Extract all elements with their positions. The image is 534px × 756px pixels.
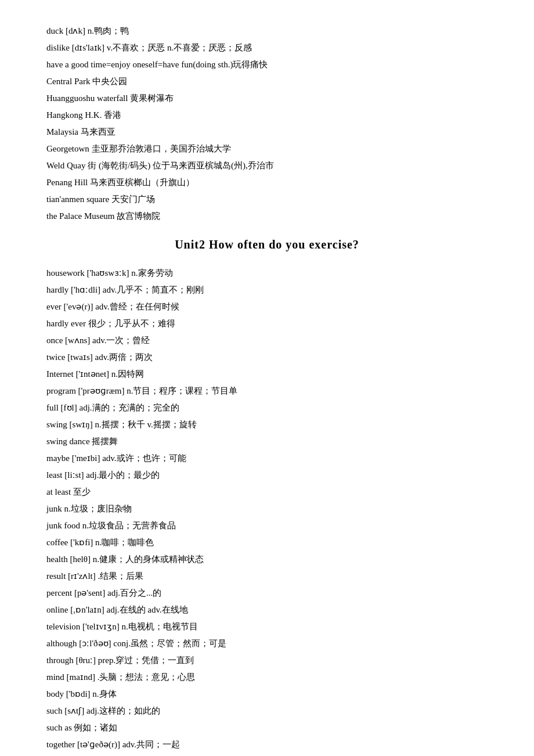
unit2-vocab-item-20: online [ˌɒn'laɪn] adj.在线的 adv.在线地	[46, 602, 488, 618]
unit1-vocab-list: duck [dʌk] n.鸭肉；鸭dislike [dɪs'laɪk] v.不喜…	[46, 23, 488, 224]
unit2-vocab-item-7: program ['prəʊɡræm] n.节目；程序；课程；节目单	[46, 383, 488, 399]
unit1-vocab-item-5: Hangkong H.K. 香港	[46, 107, 488, 123]
unit2-vocab-item-13: at least 至少	[46, 484, 488, 500]
unit2-heading: Unit2 How often do you exercise?	[46, 235, 488, 255]
unit2-vocab-item-25: body ['bɒdi] n.身体	[46, 686, 488, 702]
unit2-vocab-item-22: although [ɔːl'ðəʊ] conj.虽然；尽管；然而；可是	[46, 636, 488, 651]
unit2-vocab-item-27: such as 例如；诸如	[46, 720, 488, 736]
unit2-vocab-item-9: swing [swɪŋ] n.摇摆；秋千 v.摇摆；旋转	[46, 417, 488, 433]
unit2-vocab-item-3: hardly ever 很少；几乎从不；难得	[46, 316, 488, 332]
unit1-vocab-item-7: Georgetown 圭亚那乔治敦港口，美国乔治城大学	[46, 141, 488, 157]
unit2-vocab-item-21: television ['telɪvɪʒn] n.电视机；电视节目	[46, 619, 488, 635]
unit1-vocab-item-0: duck [dʌk] n.鸭肉；鸭	[46, 23, 488, 39]
unit2-vocab-list: housework ['haʊswɜːk] n.家务劳动hardly ['hɑː…	[46, 265, 488, 753]
unit2-vocab-item-8: full [fʊl] adj.满的；充满的；完全的	[46, 400, 488, 416]
unit2-vocab-item-28: together [tə'ɡeðə(r)] adv.共同；一起	[46, 737, 488, 753]
unit2-vocab-item-12: least [liːst] adj.最小的；最少的	[46, 467, 488, 483]
unit2-vocab-item-17: health [helθ] n.健康；人的身体或精神状态	[46, 552, 488, 567]
unit2-vocab-item-19: percent [pə'sent] adj.百分之...的	[46, 585, 488, 601]
unit1-vocab-item-2: have a good time=enjoy oneself=have fun(…	[46, 57, 488, 73]
unit1-vocab-item-11: the Palace Museum 故宫博物院	[46, 208, 488, 224]
unit1-vocab-item-4: Huangguoshu waterfall 黄果树瀑布	[46, 91, 488, 106]
unit2-vocab-item-1: hardly ['hɑːdli] adv.几乎不；简直不；刚刚	[46, 282, 488, 298]
unit2-vocab-item-26: such [sʌtʃ] adj.这样的；如此的	[46, 703, 488, 719]
unit2-vocab-item-23: through [θruː] prep.穿过；凭借；一直到	[46, 653, 488, 668]
unit1-vocab-item-8: Weld Quay 街 (海乾街/码头) 位于马来西亚槟城岛(州),乔治市	[46, 158, 488, 174]
unit2-vocab-item-11: maybe ['meɪbi] adv.或许；也许；可能	[46, 451, 488, 466]
unit1-vocab-item-6: Malaysia 马来西亚	[46, 124, 488, 140]
unit2-vocab-item-0: housework ['haʊswɜːk] n.家务劳动	[46, 265, 488, 281]
unit2-vocab-item-15: junk food n.垃圾食品；无营养食品	[46, 518, 488, 534]
unit2-vocab-item-4: once [wʌns] adv.一次；曾经	[46, 333, 488, 348]
unit2-vocab-item-16: coffee ['kɒfi] n.咖啡；咖啡色	[46, 535, 488, 550]
unit2-vocab-item-6: Internet ['ɪntənet] n.因特网	[46, 366, 488, 382]
unit2-vocab-item-24: mind [maɪnd] .头脑；想法；意见；心思	[46, 669, 488, 685]
unit2-vocab-item-5: twice [twaɪs] adv.两倍；两次	[46, 350, 488, 365]
unit1-vocab-item-3: Central Park 中央公园	[46, 74, 488, 89]
unit2-vocab-item-2: ever ['evə(r)] adv.曾经；在任何时候	[46, 299, 488, 315]
unit2-vocab-item-14: junk n.垃圾；废旧杂物	[46, 501, 488, 517]
unit1-vocab-item-1: dislike [dɪs'laɪk] v.不喜欢；厌恶 n.不喜爱；厌恶；反感	[46, 40, 488, 56]
unit2-vocab-item-10: swing dance 摇摆舞	[46, 434, 488, 449]
unit1-vocab-item-10: tian'anmen square 天安门广场	[46, 192, 488, 207]
unit1-vocab-item-9: Penang Hill 马来西亚槟榔山（升旗山）	[46, 175, 488, 190]
unit2-vocab-item-18: result [rɪ'zʌlt] .结果；后果	[46, 568, 488, 584]
